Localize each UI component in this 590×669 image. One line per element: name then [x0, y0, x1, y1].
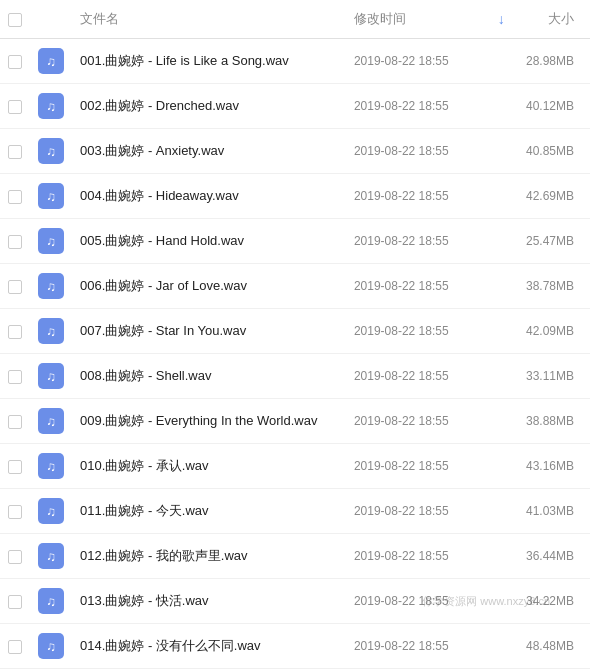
row-checkbox[interactable] [8, 505, 22, 519]
music-file-icon: ♫ [38, 93, 64, 119]
row-checkbox[interactable] [8, 325, 22, 339]
row-checkbox[interactable] [8, 595, 22, 609]
header-date[interactable]: 修改时间 [346, 0, 490, 39]
header-sort-icon[interactable]: ↓ [490, 0, 513, 39]
row-check-cell [0, 39, 30, 84]
row-icon-cell: ♫ [30, 624, 72, 669]
row-checkbox[interactable] [8, 280, 22, 294]
file-size: 38.78MB [513, 264, 590, 309]
file-name[interactable]: 002.曲婉婷 - Drenched.wav [72, 84, 346, 129]
sort-down-icon[interactable]: ↓ [498, 11, 505, 27]
row-checkbox[interactable] [8, 190, 22, 204]
table-row: ♫010.曲婉婷 - 承认.wav2019-08-22 18:5543.16MB [0, 444, 590, 489]
file-name[interactable]: 007.曲婉婷 - Star In You.wav [72, 309, 346, 354]
file-name[interactable]: 001.曲婉婷 - Life is Like a Song.wav [72, 39, 346, 84]
file-size: 42.69MB [513, 174, 590, 219]
file-size: 36.44MB [513, 534, 590, 579]
file-date: 2019-08-22 18:55 [346, 534, 490, 579]
row-icon-cell: ♫ [30, 489, 72, 534]
select-all-checkbox[interactable] [8, 13, 22, 27]
file-date: 2019-08-22 18:55 [346, 354, 490, 399]
row-checkbox[interactable] [8, 640, 22, 654]
row-checkbox[interactable] [8, 145, 22, 159]
row-sort-cell [490, 309, 513, 354]
row-sort-cell [490, 354, 513, 399]
row-check-cell [0, 264, 30, 309]
row-icon-cell: ♫ [30, 444, 72, 489]
row-icon-cell: ♫ [30, 354, 72, 399]
table-row: ♫006.曲婉婷 - Jar of Love.wav2019-08-22 18:… [0, 264, 590, 309]
file-name[interactable]: 006.曲婉婷 - Jar of Love.wav [72, 264, 346, 309]
row-sort-cell [490, 84, 513, 129]
row-icon-cell: ♫ [30, 264, 72, 309]
table-row: ♫009.曲婉婷 - Everything In the World.wav20… [0, 399, 590, 444]
file-date: 2019-08-22 18:55 [346, 219, 490, 264]
table-row: ♫005.曲婉婷 - Hand Hold.wav2019-08-22 18:55… [0, 219, 590, 264]
row-sort-cell [490, 534, 513, 579]
file-size: 40.85MB [513, 129, 590, 174]
row-icon-cell: ♫ [30, 219, 72, 264]
row-checkbox[interactable] [8, 415, 22, 429]
row-sort-cell [490, 399, 513, 444]
table-row: ♫012.曲婉婷 - 我的歌声里.wav2019-08-22 18:5536.4… [0, 534, 590, 579]
table-row: ♫002.曲婉婷 - Drenched.wav2019-08-22 18:554… [0, 84, 590, 129]
row-checkbox[interactable] [8, 460, 22, 474]
row-check-cell [0, 579, 30, 624]
file-list-table: 文件名 修改时间 ↓ 大小 ♫001.曲婉婷 - Life is Like a … [0, 0, 590, 669]
file-size: 25.47MB [513, 219, 590, 264]
table-row: ♫008.曲婉婷 - Shell.wav2019-08-22 18:5533.1… [0, 354, 590, 399]
row-check-cell [0, 129, 30, 174]
row-sort-cell [490, 174, 513, 219]
music-file-icon: ♫ [38, 318, 64, 344]
file-size: 28.98MB [513, 39, 590, 84]
file-date: 2019-08-22 18:55 [346, 309, 490, 354]
file-name[interactable]: 010.曲婉婷 - 承认.wav [72, 444, 346, 489]
row-icon-cell: ♫ [30, 129, 72, 174]
table-row: ♫001.曲婉婷 - Life is Like a Song.wav2019-0… [0, 39, 590, 84]
music-file-icon: ♫ [38, 228, 64, 254]
row-icon-cell: ♫ [30, 84, 72, 129]
file-name[interactable]: 012.曲婉婷 - 我的歌声里.wav [72, 534, 346, 579]
header-icon [30, 0, 72, 39]
table-row: ♫003.曲婉婷 - Anxiety.wav2019-08-22 18:5540… [0, 129, 590, 174]
music-file-icon: ♫ [38, 498, 64, 524]
table-row: ♫014.曲婉婷 - 没有什么不同.wav2019-08-22 18:5548.… [0, 624, 590, 669]
row-sort-cell [490, 489, 513, 534]
file-date: 2019-08-22 18:55 [346, 444, 490, 489]
row-sort-cell [490, 624, 513, 669]
file-date: 2019-08-22 18:55 [346, 39, 490, 84]
row-icon-cell: ♫ [30, 309, 72, 354]
header-filename[interactable]: 文件名 [72, 0, 346, 39]
row-check-cell [0, 399, 30, 444]
table-row: ♫004.曲婉婷 - Hideaway.wav2019-08-22 18:554… [0, 174, 590, 219]
row-checkbox[interactable] [8, 550, 22, 564]
table-row: ♫011.曲婉婷 - 今天.wav2019-08-22 18:5541.03MB [0, 489, 590, 534]
row-checkbox[interactable] [8, 55, 22, 69]
file-name[interactable]: 008.曲婉婷 - Shell.wav [72, 354, 346, 399]
row-check-cell [0, 444, 30, 489]
row-check-cell [0, 534, 30, 579]
file-name[interactable]: 003.曲婉婷 - Anxiety.wav [72, 129, 346, 174]
file-size: 33.11MB [513, 354, 590, 399]
file-name[interactable]: 013.曲婉婷 - 快活.wav [72, 579, 346, 624]
file-name[interactable]: 014.曲婉婷 - 没有什么不同.wav [72, 624, 346, 669]
music-file-icon: ♫ [38, 273, 64, 299]
row-checkbox[interactable] [8, 370, 22, 384]
row-checkbox[interactable] [8, 100, 22, 114]
file-size: 41.03MB [513, 489, 590, 534]
file-date: 2019-08-22 18:55 [346, 264, 490, 309]
music-file-icon: ♫ [38, 363, 64, 389]
music-file-icon: ♫ [38, 138, 64, 164]
row-check-cell [0, 309, 30, 354]
row-checkbox[interactable] [8, 235, 22, 249]
file-name[interactable]: 005.曲婉婷 - Hand Hold.wav [72, 219, 346, 264]
file-name[interactable]: 011.曲婉婷 - 今天.wav [72, 489, 346, 534]
file-name[interactable]: 009.曲婉婷 - Everything In the World.wav [72, 399, 346, 444]
row-check-cell [0, 84, 30, 129]
header-size[interactable]: 大小 [513, 0, 590, 39]
file-name[interactable]: 004.曲婉婷 - Hideaway.wav [72, 174, 346, 219]
header-check[interactable] [0, 0, 30, 39]
row-icon-cell: ♫ [30, 39, 72, 84]
table-row: ♫013.曲婉婷 - 快活.wav2019-08-22 18:5534.22MB [0, 579, 590, 624]
row-sort-cell [490, 129, 513, 174]
